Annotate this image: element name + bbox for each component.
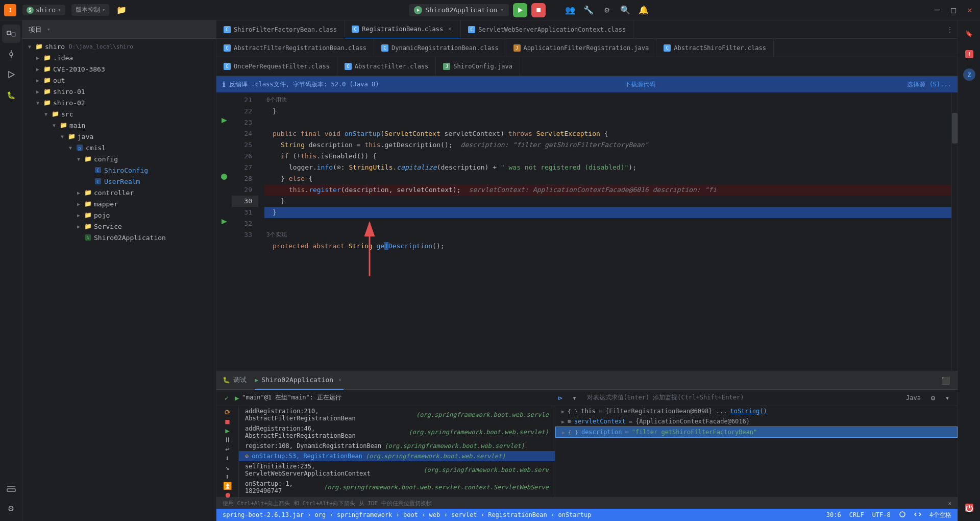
thread-selector[interactable]: ▶ "main"@1 在组"main": 正在运行 [235,393,552,402]
code-line-30: } [264,207,951,218]
frame-loc-1: (org.springframework.boot.web.servlet) [408,429,549,436]
notifications-icon[interactable]: 🔔 [638,4,650,16]
tree-item-main[interactable]: ▼ 📁 main [22,120,216,131]
tree-item-pojo[interactable]: ▶ 📁 pojo [22,209,216,221]
sidebar-debug-icon[interactable]: 🐛 [2,86,20,104]
status-path: spring-boot-2.6.13.jar › org › springfra… [223,511,591,518]
debug-stepinto-btn[interactable]: ⬇ [222,454,234,462]
tab-onceper[interactable]: C OncePerRequestFilter.class [216,57,337,76]
tree-item-shiroconfig[interactable]: ▶ C ShiroConfig [22,164,216,176]
tree-item-idea[interactable]: ▶ 📁 .idea [22,52,216,63]
var-item-this[interactable]: ▶ { } this = {FilterRegistrationBean@609… [555,406,958,416]
var-item-servletcontext[interactable]: ▶ ≡ servletContext = {ApplicationContext… [555,416,958,427]
tree-item-shiro-root[interactable]: ▼ 📁 shiro D:\java_local\shiro [22,41,216,52]
tab-appfilter[interactable]: J ApplicationFilterRegistration.java [506,39,657,57]
info-icon: ℹ [223,80,225,88]
frame-item-0[interactable]: addRegistration:210, AbstractFilterRegis… [239,406,555,423]
bottom-tab-debug[interactable]: 🐛 调试 [223,371,247,390]
filter-btn[interactable]: ⊳ [554,392,567,404]
tree-item-out[interactable]: ▶ 📁 out [22,75,216,86]
tree-item-service[interactable]: ▶ 📁 Service [22,221,216,232]
run-button[interactable] [513,3,527,17]
debug-stepintosel-btn[interactable]: ↘ [222,463,234,471]
debug-resume-btn[interactable]: ▶ [222,427,234,435]
var-tostring-this[interactable]: toString() [730,408,767,415]
debug-pause-btn[interactable]: ⏸ [222,436,234,444]
status-indent[interactable]: 4个空格 [929,511,951,519]
tab-shiroconfig-file[interactable]: J ShiroConfig.java [436,57,520,76]
tab-shirofilter[interactable]: C ShiroFilterFactoryBean.class [216,20,345,39]
tree-item-shiro02[interactable]: ▼ 📁 shiro-02 [22,97,216,108]
frame-item-1[interactable]: addRegistration:46, AbstractFilterRegist… [239,423,555,441]
tree-item-java[interactable]: ▼ 📁 java [22,131,216,142]
debug-stepout-btn[interactable]: ⬆ [222,472,234,481]
notice-close-btn[interactable]: × [948,500,951,507]
icon-out: 📁 [43,76,51,84]
close-button[interactable]: ✕ [964,4,976,16]
people-icon[interactable]: 👥 [564,4,576,16]
bottom-tab-run[interactable]: ▶ Shiro02Application × [255,371,344,390]
tab-registrationbean[interactable]: C RegistrationBean.class × [345,20,461,39]
dropdown-btn[interactable]: ▾ [569,392,581,404]
tree-item-mapper[interactable]: ▶ 📁 mapper [22,198,216,209]
lang-expand-btn[interactable]: ▾ [941,392,953,404]
status-position[interactable]: 30:6 [826,511,841,518]
folder-button[interactable]: 📁 [115,4,128,16]
tree-item-cve[interactable]: ▶ 📁 CVE-2010-3863 [22,63,216,75]
status-crlf[interactable]: CRLF [849,511,864,518]
choose-source-btn[interactable]: 选择源 (S)... [907,80,951,89]
settings-icon[interactable]: ⚙ [601,4,613,16]
wrench-icon[interactable]: 🔧 [582,4,595,16]
run-tab-close[interactable]: × [336,376,344,384]
frame-item-5[interactable]: onStartup:-1, 1829496747 (org.springfram… [239,479,555,496]
debug-restart-btn[interactable]: ⟳ [222,408,234,416]
tree-item-shiro02app[interactable]: ▶ A Shiro02Application [22,232,216,243]
tab-abstractfilter2[interactable]: C AbstractFilter.class [337,57,436,76]
editor-scrollbar[interactable] [951,92,958,371]
tab-dynamic[interactable]: C DynamicRegistrationBean.class [374,39,506,57]
var-item-description[interactable]: ▶ { } description = "filter getShiroFilt… [555,427,958,438]
filter-thread-icon[interactable]: ✓ [220,392,233,404]
code-content[interactable]: 0个用法 } public final void onStartup(Servl… [258,92,951,371]
frame-item-3[interactable]: ⊙ onStartup:53, RegistrationBean (org.sp… [239,451,555,461]
frame-item-2[interactable]: register:108, DynamicRegistrationBean (o… [239,441,555,451]
tree-item-userrealm[interactable]: ▶ C UserRealm [22,176,216,187]
var-name-description: description [581,429,622,436]
right-notifications-icon[interactable]: ! [960,45,978,63]
tree-item-shiro01[interactable]: ▶ 📁 shiro-01 [22,86,216,97]
lang-settings-btn[interactable]: ⚙ [927,392,939,404]
tree-item-cmisl[interactable]: ▼ p cmisl [22,142,216,153]
download-source-btn[interactable]: 下载源代码 [625,80,655,89]
project-selector[interactable]: S shiro ▾ [22,5,65,15]
version-control[interactable]: 版本控制 ▾ [71,4,110,16]
sidebar-commit-icon[interactable] [2,45,20,63]
sidebar-bottom-icon[interactable] [2,478,20,496]
run-config-selector[interactable]: Shiro02Application ▾ [409,4,509,16]
sidebar-run-icon[interactable] [2,65,20,84]
status-charset[interactable]: UTF-8 [872,511,891,518]
debug-runtocursor-btn[interactable]: ⏫ [222,482,234,490]
tree-item-src[interactable]: ▼ 📁 src [22,108,216,120]
debug-breakpoint-btn[interactable]: ⏺ [222,491,234,498]
tab-servletwebserver[interactable]: C ServletWebServerApplicationContext.cla… [461,20,633,39]
tree-item-config[interactable]: ▼ 📁 config [22,153,216,164]
right-power-icon[interactable] [960,499,978,517]
debug-stop-btn[interactable]: ■ [222,417,234,425]
right-avatar-icon[interactable]: Z [960,65,978,84]
minimize-button[interactable]: ─ [931,4,943,16]
debug-stepover-btn[interactable]: ↩ [222,445,234,453]
bottom-expand-btn[interactable]: ⬛ [939,374,951,387]
search-icon[interactable]: 🔍 [619,4,631,16]
stop-button[interactable] [531,3,546,17]
tab-more-btn[interactable]: ⋮ [946,26,953,34]
tree-item-controller[interactable]: ▶ 📁 controller [22,187,216,198]
sidebar-settings-icon[interactable]: ⚙ [2,499,20,517]
maximize-button[interactable]: □ [947,4,960,16]
tab-abstractshiro[interactable]: C AbstractShiroFilter.class [656,39,774,57]
sidebar-project-icon[interactable] [2,25,20,43]
tab-abstractfilter[interactable]: C AbstractFilterRegistrationBean.class [216,39,374,57]
titlebar-actions: 👥 🔧 ⚙ 🔍 🔔 [564,4,650,16]
frame-item-4[interactable]: selfInitialize:235, ServletWebServerAppl… [239,461,555,479]
tab-close-registrationbean[interactable]: × [446,26,453,33]
right-bookmarks-icon[interactable]: 🔖 [960,25,978,43]
